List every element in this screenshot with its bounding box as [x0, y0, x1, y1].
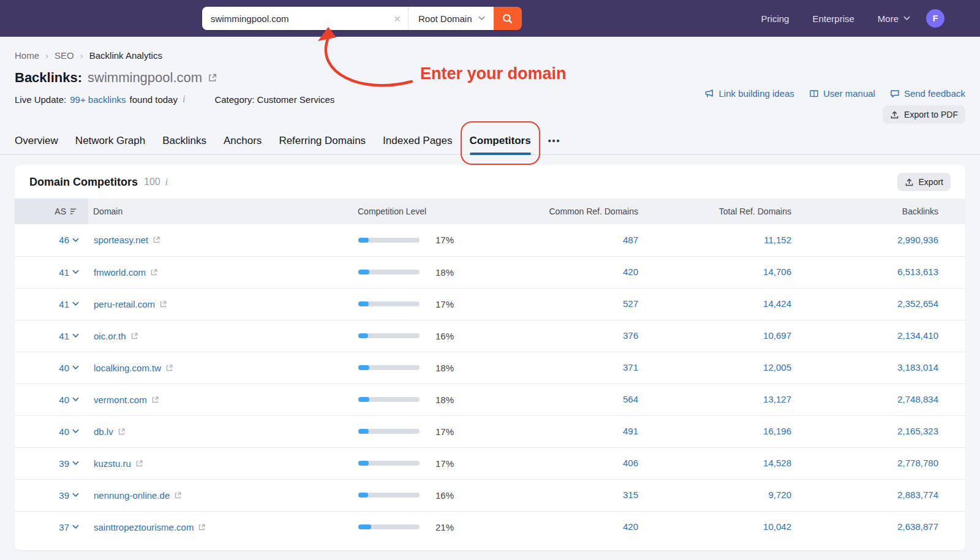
- authority-score-toggle[interactable]: 37: [15, 522, 88, 532]
- authority-score-toggle[interactable]: 41: [15, 331, 88, 341]
- domain-link[interactable]: sporteasy.net: [94, 235, 148, 245]
- authority-score-toggle[interactable]: 40: [15, 395, 88, 405]
- nav-pricing[interactable]: Pricing: [761, 13, 790, 24]
- total-ref-domains-link[interactable]: 14,706: [763, 267, 791, 277]
- domain-link[interactable]: vermont.com: [94, 395, 147, 405]
- total-ref-domains-link[interactable]: 16,196: [763, 426, 791, 436]
- total-ref-domains-link[interactable]: 10,042: [763, 521, 791, 532]
- authority-score-toggle[interactable]: 39: [15, 490, 88, 501]
- external-link-icon[interactable]: [198, 523, 206, 531]
- external-link-icon[interactable]: [150, 268, 158, 276]
- common-ref-domains-link[interactable]: 564: [623, 394, 638, 404]
- clear-icon[interactable]: ×: [394, 13, 401, 25]
- tab-backlinks[interactable]: Backlinks: [162, 127, 206, 154]
- backlinks-header[interactable]: Backlinks: [806, 199, 965, 224]
- user-manual-link[interactable]: User manual: [809, 88, 875, 99]
- external-link-icon[interactable]: [130, 332, 138, 340]
- domain-link[interactable]: db.lv: [94, 426, 113, 437]
- domain-link[interactable]: kuzstu.ru: [94, 458, 131, 469]
- authority-score-toggle[interactable]: 39: [15, 458, 88, 469]
- breadcrumb-item-backlink-analytics[interactable]: Backlink Analytics: [89, 50, 162, 61]
- export-to-pdf-button[interactable]: Export to PDF: [883, 105, 965, 124]
- domain-link[interactable]: oic.or.th: [94, 331, 126, 341]
- authority-score-toggle[interactable]: 41: [15, 267, 88, 278]
- sort-by-as-header[interactable]: AS: [15, 206, 88, 216]
- backlinks-link[interactable]: 3,183,014: [897, 362, 938, 373]
- tab-more[interactable]: •••: [548, 127, 561, 154]
- backlinks-link[interactable]: 2,883,774: [897, 490, 938, 500]
- common-ref-domains-link[interactable]: 527: [623, 298, 638, 309]
- nav-more[interactable]: More: [878, 13, 910, 24]
- total-ref-domains-link[interactable]: 13,127: [763, 394, 791, 404]
- external-link-icon[interactable]: [159, 300, 167, 308]
- total-ref-domains-header[interactable]: Total Ref. Domains: [653, 199, 806, 224]
- authority-score-toggle[interactable]: 41: [15, 299, 88, 309]
- info-icon[interactable]: i: [183, 94, 185, 105]
- domain-header[interactable]: Domain: [88, 199, 341, 224]
- tab-overview[interactable]: Overview: [15, 127, 58, 154]
- backlinks-link[interactable]: 2,748,834: [897, 394, 938, 404]
- external-link-icon[interactable]: [174, 491, 182, 499]
- backlinks-link[interactable]: 2,165,323: [897, 426, 938, 436]
- authority-score-value: 37: [59, 522, 69, 532]
- export-button[interactable]: Export: [897, 173, 951, 191]
- external-link-icon[interactable]: [135, 460, 143, 467]
- common-ref-domains-link[interactable]: 487: [623, 235, 638, 245]
- common-ref-domains-link[interactable]: 420: [623, 521, 638, 532]
- total-ref-domains-link[interactable]: 14,528: [763, 458, 791, 468]
- backlinks-link[interactable]: 6,513,613: [897, 267, 938, 277]
- common-ref-domains-link[interactable]: 406: [623, 458, 638, 468]
- external-link-icon[interactable]: [165, 364, 173, 372]
- info-icon[interactable]: i: [165, 176, 168, 187]
- live-update-link[interactable]: 99+ backlinks: [70, 94, 126, 105]
- topbar: × Root Domain Pricing Enterprise More F: [0, 0, 980, 37]
- common-ref-domains-link[interactable]: 315: [623, 490, 638, 500]
- authority-score-toggle[interactable]: 40: [15, 363, 88, 373]
- competition-level-header[interactable]: Competition Level: [341, 199, 500, 224]
- common-ref-domains-link[interactable]: 491: [623, 426, 638, 436]
- table-row: 41 peru-retail.com 17% 527 14,424 2,352,…: [15, 288, 965, 320]
- nav-enterprise[interactable]: Enterprise: [812, 13, 854, 24]
- total-ref-domains-link[interactable]: 12,005: [763, 362, 791, 373]
- common-ref-domains-link[interactable]: 376: [623, 330, 638, 341]
- external-link-icon[interactable]: [151, 396, 159, 404]
- backlinks-link[interactable]: 2,778,780: [897, 458, 938, 468]
- tab-network-graph[interactable]: Network Graph: [75, 127, 145, 154]
- search-field[interactable]: ×: [202, 7, 408, 30]
- common-ref-domains-link[interactable]: 420: [623, 267, 638, 277]
- authority-score-value: 41: [59, 299, 69, 309]
- external-link-icon[interactable]: [153, 236, 160, 244]
- total-ref-domains-link[interactable]: 10,697: [763, 330, 791, 341]
- backlinks-link[interactable]: 2,352,654: [897, 298, 938, 309]
- tab-anchors[interactable]: Anchors: [224, 127, 262, 154]
- common-ref-domains-header[interactable]: Common Ref. Domains: [500, 199, 653, 224]
- backlinks-link[interactable]: 2,638,877: [897, 521, 938, 532]
- external-link-icon[interactable]: [118, 428, 126, 436]
- tab-indexed-pages[interactable]: Indexed Pages: [383, 127, 452, 154]
- link-building-ideas-link[interactable]: Link building ideas: [704, 88, 794, 99]
- total-ref-domains-link[interactable]: 14,424: [763, 298, 791, 309]
- backlinks-link[interactable]: 2,990,936: [897, 235, 938, 245]
- search-input[interactable]: [211, 13, 389, 24]
- nav-more-label: More: [878, 13, 899, 24]
- authority-score-toggle[interactable]: 40: [15, 426, 88, 437]
- avatar[interactable]: F: [926, 9, 944, 28]
- scope-select[interactable]: Root Domain: [408, 7, 494, 30]
- breadcrumb-item-home[interactable]: Home: [15, 50, 39, 61]
- domain-link[interactable]: localking.com.tw: [94, 363, 161, 373]
- search-button[interactable]: [494, 7, 522, 30]
- total-ref-domains-link[interactable]: 11,152: [764, 235, 791, 245]
- domain-link[interactable]: sainttropeztourisme.com: [94, 522, 194, 532]
- external-link-icon[interactable]: [208, 73, 217, 83]
- total-ref-domains-link[interactable]: 9,720: [768, 490, 791, 500]
- domain-link[interactable]: peru-retail.com: [94, 299, 155, 309]
- tab-referring-domains[interactable]: Referring Domains: [279, 127, 366, 154]
- backlinks-link[interactable]: 2,134,410: [897, 330, 938, 341]
- authority-score-toggle[interactable]: 46: [15, 235, 88, 245]
- domain-link[interactable]: nennung-online.de: [94, 490, 170, 501]
- breadcrumb-item-seo[interactable]: SEO: [55, 50, 74, 61]
- send-feedback-link[interactable]: Send feedback: [890, 88, 965, 99]
- domain-link[interactable]: fmworld.com: [94, 267, 146, 278]
- common-ref-domains-link[interactable]: 371: [623, 362, 638, 373]
- tab-competitors[interactable]: Competitors: [470, 127, 531, 154]
